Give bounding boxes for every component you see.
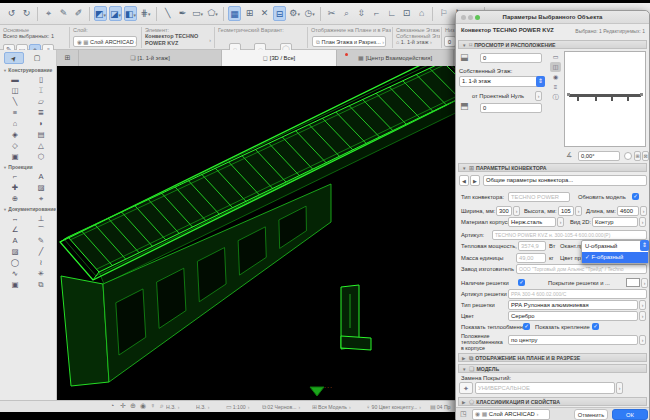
top-offset-field[interactable]: 0 (480, 53, 542, 63)
camera-tool[interactable]: ⌖ (28, 193, 54, 204)
groups-icon[interactable]: ▦ (228, 6, 241, 21)
curtain-wall-tool[interactable]: ▤ (28, 129, 54, 140)
circle-tool[interactable]: ◯ (2, 257, 28, 268)
ok-button[interactable]: ОК (612, 409, 648, 420)
renovation-filter-select[interactable]: ▤04 Пр› (430, 403, 452, 411)
element-name[interactable]: Конвектор TECHNO POWER KVZ (142, 33, 204, 46)
pen-set-select[interactable]: ⧉02 Чернов...› (262, 403, 310, 411)
display-select[interactable]: ⧉ План Этажа и Разрез... › (312, 36, 386, 47)
grid-snap-icon[interactable]: ⋕▾ (139, 6, 152, 21)
rotation-angle-field[interactable]: 0,00° (578, 151, 620, 161)
interior-elevation-tool[interactable]: ✚ (2, 182, 28, 193)
autogroup-icon[interactable]: ⊞ (243, 6, 256, 21)
figure-tool[interactable]: ▣ (2, 279, 28, 290)
eye-icon[interactable]: ◉ (140, 402, 146, 410)
door-tool[interactable]: ▯ (28, 74, 54, 85)
hx-pos-button[interactable]: › (639, 335, 646, 345)
edging-stepper[interactable]: ⇕ (640, 240, 649, 251)
explore-icon[interactable]: ✛ (120, 402, 126, 410)
shell-tool[interactable]: ◗ (28, 118, 54, 129)
syringe-icon[interactable]: ✐ (72, 6, 85, 21)
profile-icon[interactable]: ⬠▾ (206, 6, 219, 21)
length-button[interactable]: › (640, 206, 647, 216)
line-tool[interactable]: ╱ (28, 246, 54, 257)
model-view-select[interactable]: ⊞Вся Модель› (312, 403, 364, 411)
layer-settings-icon[interactable]: ◳ (460, 410, 467, 418)
prev-page-button[interactable]: ◀ (459, 175, 469, 186)
width-button[interactable]: › (513, 206, 520, 216)
graphic-override-select[interactable]: ♀90 Цвет концепту...› (366, 403, 428, 411)
window-tool[interactable]: ◫ (2, 85, 28, 96)
pick-up-parameters-icon[interactable]: ⌖ (42, 6, 55, 21)
dimension-tool[interactable]: ↔ (2, 213, 28, 224)
section-classification[interactable]: ▶⬠КЛАССИФИКАЦИЯ И СВОЙСТВА (458, 397, 647, 406)
view2d-select[interactable]: Контур (592, 217, 638, 227)
object-preview[interactable] (564, 51, 646, 147)
walk-icon[interactable]: ♀ (150, 402, 155, 409)
tab-3d[interactable]: ◻[3D / Все] (222, 50, 337, 66)
elevation-tool[interactable]: A (28, 171, 54, 182)
pen-icon[interactable]: ✒ (176, 6, 189, 21)
zone-tool[interactable]: ▣ (2, 151, 28, 162)
preview-option-2-button[interactable]: ⊠ (642, 151, 649, 161)
split-icon[interactable]: ✂ (325, 6, 338, 21)
level-dimension-tool[interactable]: ⊥ (28, 213, 54, 224)
marquee-tool[interactable]: ▢ (27, 52, 47, 64)
section-preview-positioning[interactable]: ▼⌑ПРОСМОТР И РАСПОЛОЖЕНИЕ (458, 40, 647, 49)
object-tool[interactable]: ⬡ (28, 151, 54, 162)
coating-swatch[interactable] (626, 278, 640, 287)
close-icon[interactable] (461, 15, 466, 20)
toolbox-section-2[interactable]: ▼ Документирование (0, 204, 56, 213)
scale-select[interactable]: ▭1:100› (226, 403, 260, 411)
layer-select[interactable]: ◉ ▦ Слой ARCHICAD › (73, 36, 137, 47)
stair-tool[interactable]: ≡ (2, 107, 28, 118)
edging-option-f[interactable]: ✓ F-образный (582, 252, 648, 263)
toolbox-section-1[interactable]: ▼ Проекции (0, 162, 56, 171)
coating-override-button[interactable]: › (616, 382, 623, 394)
top-view-icon[interactable]: ▭ (550, 52, 561, 62)
beam-reference-icon[interactable]: ◪▾ (109, 6, 122, 21)
height-button[interactable]: › (575, 206, 582, 216)
canvas-3d[interactable] (57, 66, 455, 400)
fillet-icon[interactable]: ∟ (385, 6, 398, 21)
magnify-icon[interactable]: ⌕ (160, 402, 164, 410)
paint-bucket-icon[interactable]: ✦ (459, 382, 473, 394)
detail-tool[interactable]: ⊕ (2, 193, 28, 204)
undo-icon[interactable]: ↺ (5, 6, 18, 21)
angle-dimension-tool[interactable]: ∠ (2, 224, 28, 235)
show-hx-checkbox[interactable]: ✓ (523, 323, 530, 330)
view2d-button[interactable]: › (639, 217, 646, 227)
stretch-icon[interactable]: ⇳ (355, 6, 368, 21)
maximize-icon[interactable] (475, 15, 480, 20)
roof-tool[interactable]: ⌂ (2, 118, 28, 129)
polyline-tool[interactable]: ≀ (28, 257, 54, 268)
skylight-tool[interactable]: ◈ (2, 129, 28, 140)
show-mount-checkbox[interactable]: ✓ (592, 323, 599, 330)
zoom-tool-icon[interactable]: ⌕ (340, 6, 353, 21)
coating-button[interactable]: › (641, 278, 648, 288)
quick-views-icon[interactable]: ⊞ (57, 50, 79, 66)
footer-layer-select[interactable]: ◉ ▦ Слой ARCHICAD › (472, 409, 550, 420)
column-tool[interactable]: ⌶ (28, 85, 54, 96)
cancel-button[interactable]: Отменить (574, 409, 608, 420)
minimize-icon[interactable] (468, 15, 473, 20)
material-button[interactable]: › (557, 217, 564, 227)
zoom-in-icon[interactable]: ⊕ (130, 402, 136, 410)
fill-tool[interactable]: ▨ (2, 246, 28, 257)
hotspot-tool[interactable]: ✳ (28, 268, 54, 279)
arrow-tool[interactable]: ➤ (4, 52, 24, 64)
radial-dimension-tool[interactable]: ⌒ (28, 224, 54, 235)
own-storey-stepper[interactable]: ⇕ (536, 76, 545, 87)
grille-checkbox[interactable]: ✓ (518, 279, 525, 286)
update-model-checkbox[interactable]: ✓ (632, 193, 639, 200)
beam-tool[interactable]: ╲ (2, 96, 28, 107)
coating-override-field[interactable]: УНИВЕРСАЛЬНОЕ (475, 382, 615, 394)
color-button[interactable]: › (639, 311, 646, 321)
slope-icon[interactable]: ╲ (161, 6, 174, 21)
mirror-toggle[interactable] (624, 152, 632, 160)
section-convector-parameters[interactable]: ▼⊞ПАРАМЕТРЫ КОНВЕКТОРА (458, 163, 647, 172)
height-field[interactable]: 105 (558, 206, 574, 216)
drawing-tool[interactable]: ⧉ (28, 279, 54, 290)
morph-tool[interactable]: ◇ (2, 140, 28, 151)
material-select[interactable]: Нерж.сталь (508, 217, 556, 227)
